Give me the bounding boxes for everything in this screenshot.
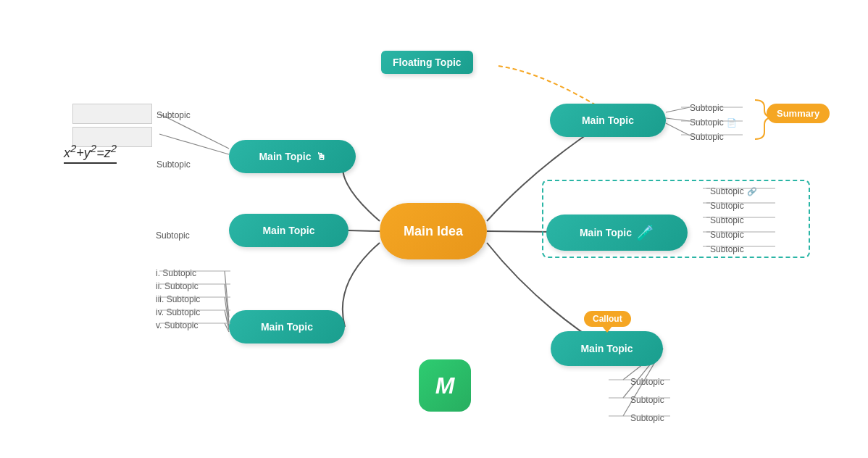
tab-icon: 🖱 [316, 151, 326, 162]
main-topic-bot-left[interactable]: Main Topic [229, 310, 345, 344]
doc-icon: 📄 [727, 118, 737, 128]
subtopic-tr-1: Subtopic [690, 103, 724, 113]
math-formula: x2+y2=z2 [64, 142, 117, 164]
app-icon[interactable]: M [419, 359, 471, 412]
subtopic-bl-3: iii. Subtopic [156, 294, 200, 304]
main-topic-top-left-label: Main Topic [259, 151, 311, 162]
main-topic-mid-left-label: Main Topic [262, 225, 314, 236]
subtopic-bl-4: iv. Subtopic [156, 307, 200, 317]
link-icon: 🔗 [747, 187, 757, 196]
beaker-icon: 🧪 [636, 224, 654, 241]
floating-topic[interactable]: Floating Topic [381, 51, 473, 74]
summary-callout: Summary [767, 104, 830, 123]
subtopic-ml: Subtopic [156, 230, 190, 241]
subtopic-lt-1: Subtopic [157, 110, 191, 120]
subtopic-mr-5: Subtopic [710, 244, 744, 254]
main-topic-bot-right[interactable]: Main Topic [551, 331, 663, 366]
svg-line-14 [225, 284, 229, 322]
floating-topic-label: Floating Topic [393, 57, 462, 68]
main-topic-bot-left-label: Main Topic [261, 321, 313, 333]
image-placeholder-1 [72, 104, 152, 124]
main-topic-mid-right[interactable]: Main Topic 🧪 [546, 215, 688, 251]
subtopic-br-1: Subtopic [630, 377, 664, 387]
subtopic-mr-3: Subtopic [710, 215, 744, 225]
subtopic-br-2: Subtopic [630, 395, 664, 405]
svg-line-2 [666, 123, 690, 136]
callout-label: Callout [593, 314, 622, 324]
main-topic-top-right-label: Main Topic [582, 114, 634, 126]
app-icon-letter: M [435, 372, 455, 399]
main-topic-top-right[interactable]: Main Topic [550, 104, 666, 137]
subtopic-br-3: Subtopic [630, 413, 664, 423]
main-idea-label: Main Idea [404, 224, 463, 239]
svg-line-0 [666, 107, 690, 112]
subtopic-mr-2: Subtopic [710, 201, 744, 211]
subtopic-mr-1: Subtopic 🔗 [710, 186, 757, 196]
main-topic-mid-right-label: Main Topic [580, 227, 632, 238]
subtopic-bl-5: v. Subtopic [156, 320, 198, 330]
subtopic-bl-2: ii. Subtopic [156, 281, 199, 291]
subtopic-tr-2: Subtopic 📄 [690, 117, 737, 128]
main-idea-node[interactable]: Main Idea [380, 203, 487, 259]
main-topic-top-left[interactable]: Main Topic 🖱 [229, 140, 356, 173]
svg-line-13 [225, 271, 229, 317]
subtopic-tr-3: Subtopic [690, 132, 724, 142]
summary-label: Summary [777, 108, 819, 119]
main-topic-mid-left[interactable]: Main Topic [229, 214, 349, 247]
subtopic-lt-2: Subtopic [157, 159, 191, 170]
svg-line-15 [225, 297, 229, 327]
callout-bubble: Callout [584, 311, 631, 327]
subtopic-mr-4: Subtopic [710, 230, 744, 240]
main-topic-bot-right-label: Main Topic [580, 343, 633, 354]
subtopic-bl-1: i. Subtopic [156, 268, 196, 278]
svg-line-1 [666, 118, 690, 121]
svg-line-12 [159, 134, 229, 154]
